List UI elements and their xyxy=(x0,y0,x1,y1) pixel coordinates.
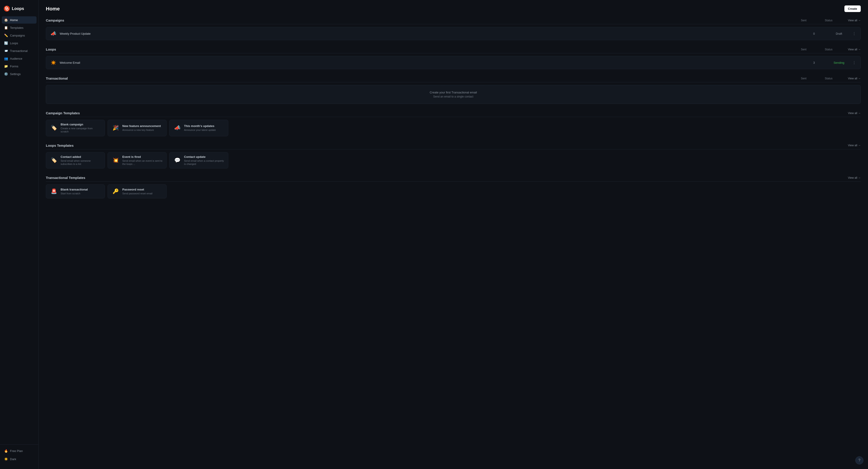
row-name: Weekly Product Update xyxy=(60,32,802,35)
campaign-templates-view-all[interactable]: View all → xyxy=(848,111,861,115)
template-desc: Announce your latest update xyxy=(184,128,224,132)
sidebar-item-templates[interactable]: 📋 Templates xyxy=(2,24,36,31)
sidebar-item-label: Templates xyxy=(10,26,23,30)
transactional-empty-sub: Send an email to a single contact xyxy=(52,95,855,98)
svg-point-2 xyxy=(6,8,7,9)
transactional-sent-label: Sent xyxy=(798,77,809,80)
template-name: Event is fired xyxy=(122,155,163,159)
logo: Loops xyxy=(0,4,38,16)
loops-header-right: Sent Status View all → xyxy=(798,48,861,51)
sidebar-item-campaigns[interactable]: ✏️ Campaigns xyxy=(2,32,36,39)
template-icon: 💥 xyxy=(112,156,120,164)
template-desc: Create a new campaign from scratch xyxy=(61,127,101,133)
transactional-icon: 📨 xyxy=(4,49,8,53)
dark-icon: ☀️ xyxy=(4,457,8,461)
sidebar-item-settings[interactable]: ⚙️ Settings xyxy=(2,70,36,77)
free-plan-icon: 🔥 xyxy=(4,449,8,453)
create-button[interactable]: Create xyxy=(844,5,861,12)
transactional-templates-section: Transactional Templates View all → 🚨 Bla… xyxy=(46,176,861,198)
loops-sent-label: Sent xyxy=(798,48,809,51)
transactional-section-header: Transactional Sent Status View all → xyxy=(46,76,861,82)
template-icon: 🚨 xyxy=(50,187,58,196)
template-icon: 📣 xyxy=(173,124,181,132)
sidebar-bottom: 🔥 Free Plan☀️ Dark xyxy=(0,444,38,465)
sidebar-item-label: Loops xyxy=(10,41,18,45)
sidebar-item-label: Forms xyxy=(10,65,19,68)
table-row[interactable]: ✴️ Welcome Email 3 Sending ⋮ xyxy=(46,56,861,69)
transactional-templates-title: Transactional Templates xyxy=(46,176,85,179)
sidebar-item-label: Settings xyxy=(10,72,21,76)
campaigns-header-right: Sent Status View all → xyxy=(798,19,861,22)
table-row[interactable]: 📣 Weekly Product Update 0 Draft ⋮ xyxy=(46,27,861,40)
campaigns-status-label: Status xyxy=(823,19,834,22)
loops-rows: ✴️ Welcome Email 3 Sending ⋮ xyxy=(46,56,861,69)
transactional-header-right: Sent Status View all → xyxy=(798,77,861,80)
template-card[interactable]: 💥 Event is fired Send email when an even… xyxy=(107,152,166,169)
loops-logo-icon xyxy=(4,5,10,12)
transactional-empty-state: Create your first Transactional email Se… xyxy=(46,85,861,104)
transactional-empty-title: Create your first Transactional email xyxy=(52,91,855,94)
loops-templates-grid: 🏷️ Contact added Send email when someone… xyxy=(46,152,861,169)
sidebar: Loops 🏠 Home📋 Templates✏️ Campaigns🔄 Loo… xyxy=(0,0,38,469)
template-icon: 🎉 xyxy=(112,124,120,132)
transactional-status-label: Status xyxy=(823,77,834,80)
templates-icon: 📋 xyxy=(4,26,8,30)
transactional-section: Transactional Sent Status View all → Cre… xyxy=(46,76,861,104)
bottom-item-free-plan[interactable]: 🔥 Free Plan xyxy=(2,447,36,455)
audience-icon: 👥 xyxy=(4,57,8,60)
template-name: This month's updates xyxy=(184,124,224,128)
row-sent: 0 xyxy=(802,32,827,35)
template-card[interactable]: 🏷️ Blank campaign Create a new campaign … xyxy=(46,120,105,136)
template-card[interactable]: 📣 This month's updates Announce your lat… xyxy=(169,120,228,136)
template-card[interactable]: 🔑 Password reset Send password reset ema… xyxy=(107,185,166,198)
loops-title: Loops xyxy=(46,47,56,51)
loops-templates-title: Loops Templates xyxy=(46,143,73,147)
main-content: Home Create Campaigns Sent Status View a… xyxy=(38,0,868,469)
campaigns-section-header: Campaigns Sent Status View all → xyxy=(46,19,861,24)
template-card[interactable]: 🎉 New feature announcement Announce a ne… xyxy=(107,120,166,136)
transactional-templates-view-all[interactable]: View all → xyxy=(848,176,861,179)
campaign-templates-section: Campaign Templates View all → 🏷️ Blank c… xyxy=(46,111,861,136)
bottom-item-label: Dark xyxy=(10,458,16,461)
loops-templates-view-all[interactable]: View all → xyxy=(848,144,861,147)
row-icon: ✴️ xyxy=(50,59,57,66)
campaigns-view-all[interactable]: View all → xyxy=(848,19,861,22)
row-status: Sending xyxy=(827,61,851,64)
row-actions-menu[interactable]: ⋮ xyxy=(851,61,857,65)
settings-icon: ⚙️ xyxy=(4,72,8,76)
nav-menu: 🏠 Home📋 Templates✏️ Campaigns🔄 Loops📨 Tr… xyxy=(0,16,38,444)
sidebar-item-forms[interactable]: 📁 Forms xyxy=(2,63,36,70)
template-desc: Send email when someone subscribes to a … xyxy=(61,159,101,166)
sidebar-item-audience[interactable]: 👥 Audience xyxy=(2,55,36,62)
loops-templates-header: Loops Templates View all → xyxy=(46,143,861,149)
loops-templates-section: Loops Templates View all → 🏷️ Contact ad… xyxy=(46,143,861,169)
transactional-view-all[interactable]: View all → xyxy=(848,77,861,80)
sidebar-item-label: Transactional xyxy=(10,49,28,53)
campaigns-icon: ✏️ xyxy=(4,34,8,37)
sidebar-item-loops[interactable]: 🔄 Loops xyxy=(2,39,36,47)
campaigns-sent-label: Sent xyxy=(798,19,809,22)
template-card[interactable]: 🏷️ Contact added Send email when someone… xyxy=(46,152,105,169)
loops-icon: 🔄 xyxy=(4,41,8,45)
help-button[interactable]: ? xyxy=(855,456,864,465)
loops-section-header: Loops Sent Status View all → xyxy=(46,47,861,53)
bottom-item-dark[interactable]: ☀️ Dark xyxy=(2,456,36,463)
template-card[interactable]: 🚨 Blank transactional Start from scratch xyxy=(46,185,105,198)
template-desc: Send email when a contact property is ch… xyxy=(184,159,224,166)
loops-view-all[interactable]: View all → xyxy=(848,48,861,51)
template-desc: Send email when an event is sent to the … xyxy=(122,159,163,166)
sidebar-item-home[interactable]: 🏠 Home xyxy=(2,16,36,24)
app-name: Loops xyxy=(12,6,24,11)
template-card[interactable]: 💬 Contact update Send email when a conta… xyxy=(169,152,228,169)
transactional-title: Transactional xyxy=(46,76,68,80)
sidebar-item-transactional[interactable]: 📨 Transactional xyxy=(2,47,36,55)
row-actions-menu[interactable]: ⋮ xyxy=(851,32,857,36)
campaign-templates-header: Campaign Templates View all → xyxy=(46,111,861,117)
template-desc: Send password reset email xyxy=(122,192,163,195)
page-title: Home xyxy=(46,6,60,12)
campaigns-rows: 📣 Weekly Product Update 0 Draft ⋮ xyxy=(46,27,861,40)
home-icon: 🏠 xyxy=(4,18,8,22)
campaign-templates-grid: 🏷️ Blank campaign Create a new campaign … xyxy=(46,120,861,136)
template-name: Password reset xyxy=(122,188,163,191)
row-sent: 3 xyxy=(802,61,827,64)
